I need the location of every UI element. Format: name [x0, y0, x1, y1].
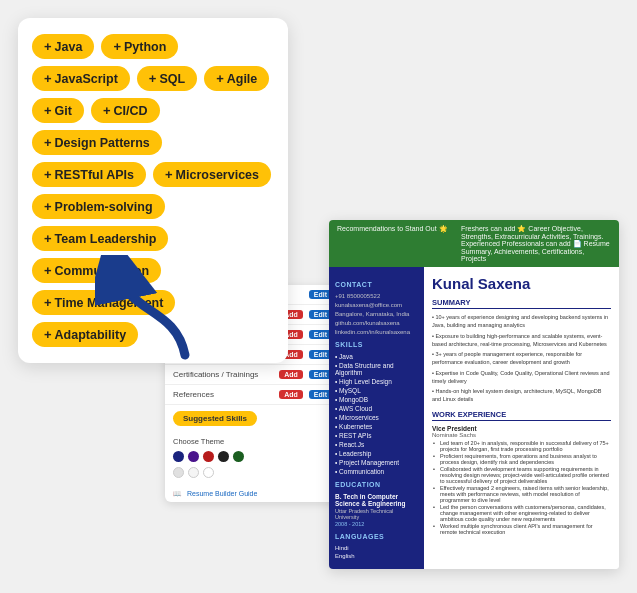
- skill-tag: + SQL: [137, 66, 197, 91]
- skill-item: • Communication: [335, 468, 418, 475]
- badge-red[interactable]: Add: [279, 390, 303, 399]
- color-swatch[interactable]: [233, 451, 244, 462]
- skill-item: • AWS Cloud: [335, 405, 418, 412]
- contact-item: +91 8500005522: [335, 293, 418, 299]
- edu-years: 2008 - 2012: [335, 521, 418, 527]
- languages-section-title: LANGUAGES: [335, 533, 418, 540]
- work-bullet: Led the person conversations with custom…: [432, 504, 611, 522]
- color-swatch[interactable]: [218, 451, 229, 462]
- contact-item: kunalsaxena@office.com: [335, 302, 418, 308]
- language-item: English: [335, 553, 418, 559]
- panel-row-label: Certifications / Trainings: [173, 370, 258, 379]
- skill-item: • Leadership: [335, 450, 418, 457]
- summary-bullet: • 3+ years of people management experien…: [432, 350, 611, 367]
- skill-tag: + Java: [32, 34, 94, 59]
- summary-heading: SUMMARY: [432, 298, 611, 309]
- light-color-swatch[interactable]: [173, 467, 184, 478]
- skill-item: • REST APIs: [335, 432, 418, 439]
- light-color-swatch[interactable]: [203, 467, 214, 478]
- work-bullet: Worked multiple synchronous client API's…: [432, 523, 611, 535]
- summary-bullet: • Hands-on high level system design, arc…: [432, 387, 611, 404]
- arrow-graphic: [95, 255, 215, 365]
- skill-tag: + Git: [32, 98, 84, 123]
- skill-tag: + RESTful APIs: [32, 162, 146, 187]
- theme-section: Choose Theme: [165, 432, 340, 486]
- banner-right-text: Freshers can add ⭐ Career Objective, Str…: [461, 225, 611, 262]
- badges-group: AddEdit: [276, 370, 332, 379]
- skill-item: • MySQL: [335, 387, 418, 394]
- skill-item: • Project Management: [335, 459, 418, 466]
- edu-school: Uttar Pradesh Technical University: [335, 508, 418, 520]
- skill-tag: + Agile: [204, 66, 269, 91]
- contact-item: linkedin.com/in/kunalsaxena: [335, 329, 418, 335]
- dark-swatches: [173, 451, 332, 462]
- skill-tag: + CI/CD: [91, 98, 160, 123]
- skill-item: • Kubernetes: [335, 423, 418, 430]
- light-swatches: [173, 467, 332, 478]
- panel-row: Certifications / TrainingsAddEdit: [165, 365, 340, 385]
- work-bullet: Proficient requirements, from operations…: [432, 453, 611, 465]
- skill-tag: + JavaScript: [32, 66, 130, 91]
- contact-section-title: CONTACT: [335, 281, 418, 288]
- skill-tag: + Microservices: [153, 162, 271, 187]
- resume-sidebar: CONTACT +91 8500005522kunalsaxena@office…: [329, 267, 424, 569]
- skill-tag: + Python: [101, 34, 178, 59]
- contact-item: Bangalore, Karnataka, India: [335, 311, 418, 317]
- skill-item: • Microservices: [335, 414, 418, 421]
- work-heading: WORK EXPERIENCE: [432, 410, 611, 421]
- work-entry: Vice PresidentNominate SachsLed team of …: [432, 425, 611, 535]
- skill-tag: + Team Leadership: [32, 226, 168, 251]
- badge-red[interactable]: Add: [279, 370, 303, 379]
- edu-degree: B. Tech in Computer Science & Engineerin…: [335, 493, 418, 507]
- color-swatch[interactable]: [188, 451, 199, 462]
- contact-item: github.com/kunalsaxena: [335, 320, 418, 326]
- work-bullet: Collaborated with development teams supp…: [432, 466, 611, 484]
- language-item: Hindi: [335, 545, 418, 551]
- guide-link[interactable]: 📖 Resume Builder Guide: [165, 486, 340, 502]
- skill-item: • React.Js: [335, 441, 418, 448]
- work-bullet: Led team of 20+ in analysis, responsible…: [432, 440, 611, 452]
- suggested-skills-button[interactable]: Suggested Skills: [173, 411, 257, 426]
- resume-banner: Recommendations to Stand Out 🌟 Freshers …: [329, 220, 619, 267]
- badges-group: AddEdit: [276, 390, 332, 399]
- skill-item: • High Level Design: [335, 378, 418, 385]
- skill-tag: + Design Patterns: [32, 130, 162, 155]
- resume-main: Kunal Saxena SUMMARY • 10+ years of expe…: [424, 267, 619, 569]
- resume-body: CONTACT +91 8500005522kunalsaxena@office…: [329, 267, 619, 569]
- resume-document: Recommendations to Stand Out 🌟 Freshers …: [329, 220, 619, 569]
- skills-section-title: SKILLS: [335, 341, 418, 348]
- skill-item: • Data Structure and Algorithm: [335, 362, 418, 376]
- panel-row: ReferencesAddEdit: [165, 385, 340, 405]
- resume-name: Kunal Saxena: [432, 275, 611, 292]
- work-company: Nominate Sachs: [432, 432, 611, 438]
- light-color-swatch[interactable]: [188, 467, 199, 478]
- color-swatch[interactable]: [173, 451, 184, 462]
- summary-bullet: • Exposure to building high-performance …: [432, 332, 611, 349]
- banner-left-text: Recommendations to Stand Out 🌟: [337, 225, 448, 262]
- theme-label: Choose Theme: [173, 437, 332, 446]
- work-bullet: Effectively managed 2 engineers, raised …: [432, 485, 611, 503]
- summary-bullet: • 10+ years of experience designing and …: [432, 313, 611, 330]
- panel-row-label: References: [173, 390, 214, 399]
- book-icon: 📖: [173, 490, 182, 497]
- summary-bullet: • Expertise in Code Quality, Code Qualit…: [432, 369, 611, 386]
- skill-tag: + Problem-solving: [32, 194, 165, 219]
- work-title: Vice President: [432, 425, 611, 432]
- color-swatch[interactable]: [203, 451, 214, 462]
- education-section-title: EDUCATION: [335, 481, 418, 488]
- skill-item: • Java: [335, 353, 418, 360]
- skill-item: • MongoDB: [335, 396, 418, 403]
